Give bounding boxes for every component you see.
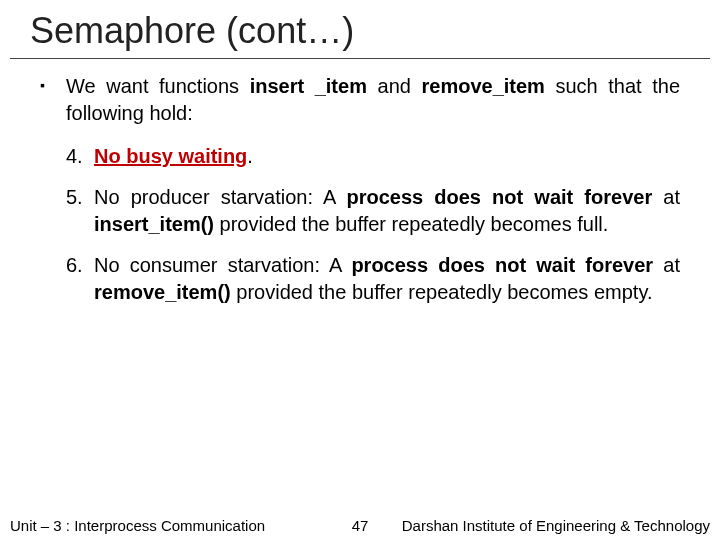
slide-title: Semaphore (cont…)	[10, 0, 710, 59]
intro-text: We want functions insert _item and remov…	[66, 73, 680, 127]
item-pre: No producer starvation: A	[94, 186, 346, 208]
item-post: provided the buffer repeatedly becomes e…	[231, 281, 653, 303]
list-item: 6. No consumer starvation: A process doe…	[66, 252, 680, 306]
item-number: 5.	[66, 184, 94, 238]
footer-page-number: 47	[340, 517, 380, 534]
list-item: 4. No busy waiting.	[66, 143, 680, 170]
intro-mid: and	[367, 75, 422, 97]
item-bold: No busy waiting	[94, 145, 247, 167]
intro-func1: insert _item	[250, 75, 367, 97]
footer-unit: Unit – 3 : Interprocess Communication	[0, 517, 340, 534]
slide-content: ▪ We want functions insert _item and rem…	[0, 59, 720, 306]
item-text: No consumer starvation: A process does n…	[94, 252, 680, 306]
slide: Semaphore (cont…) ▪ We want functions in…	[0, 0, 720, 540]
bullet-icon: ▪	[40, 73, 66, 127]
intro-func2: remove_item	[421, 75, 544, 97]
item-pre: No consumer starvation: A	[94, 254, 351, 276]
list-item: 5. No producer starvation: A process doe…	[66, 184, 680, 238]
intro-bullet: ▪ We want functions insert _item and rem…	[40, 73, 680, 127]
intro-pre: We want functions	[66, 75, 250, 97]
item-bold2: remove_item()	[94, 281, 231, 303]
item-bold: process does not wait forever	[346, 186, 652, 208]
footer-institute: Darshan Institute of Engineering & Techn…	[380, 517, 720, 534]
item-bold2: insert_item()	[94, 213, 214, 235]
item-mid: at	[652, 186, 680, 208]
item-text: No busy waiting.	[94, 143, 680, 170]
footer: Unit – 3 : Interprocess Communication 47…	[0, 517, 720, 534]
item-number: 6.	[66, 252, 94, 306]
item-bold: process does not wait forever	[351, 254, 653, 276]
item-post: provided the buffer repeatedly becomes f…	[214, 213, 608, 235]
item-text: No producer starvation: A process does n…	[94, 184, 680, 238]
item-mid: at	[653, 254, 680, 276]
item-number: 4.	[66, 143, 94, 170]
item-post: .	[247, 145, 253, 167]
